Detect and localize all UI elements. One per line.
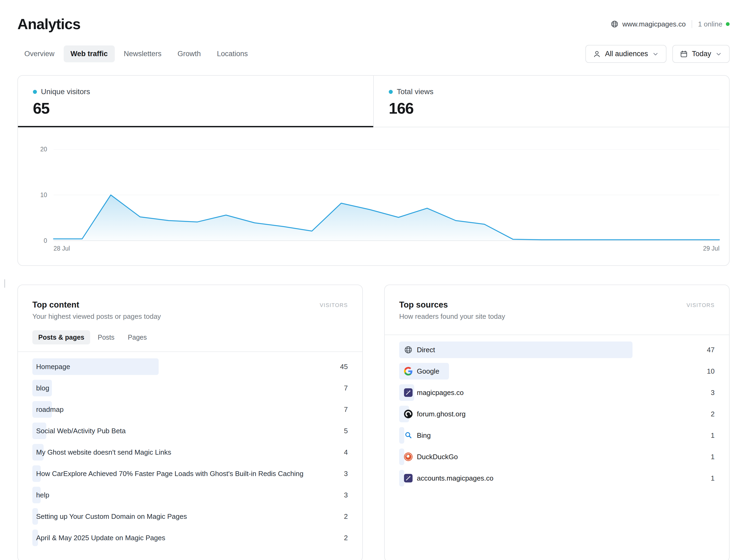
traffic-card: Unique visitors 65 Total views 166 01020 — [17, 75, 730, 266]
traffic-chart: 01020 28 Jul 29 Jul — [18, 127, 729, 265]
stat-dot — [33, 90, 37, 94]
row-value: 7 — [344, 384, 348, 392]
row-content: help — [32, 487, 348, 503]
row-value: 3 — [711, 389, 715, 397]
area-chart — [53, 149, 719, 241]
row-content: How CarExplore Achieved 70% Faster Page … — [32, 465, 348, 482]
row-label: Social Web/Activity Pub Beta — [36, 427, 126, 435]
card-subtitle: How readers found your site today — [399, 312, 505, 321]
table-row[interactable]: magicpages.co3 — [399, 384, 715, 401]
tab-overview[interactable]: Overview — [17, 46, 61, 62]
table-row[interactable]: Setting up Your Custom Domain on Magic P… — [32, 508, 348, 525]
row-label: April & May 2025 Update on Magic Pages — [36, 534, 165, 542]
table-row[interactable]: Google10 — [399, 363, 715, 379]
table-row[interactable]: April & May 2025 Update on Magic Pages2 — [32, 530, 348, 546]
content-tabs: Posts & pagesPostsPages — [18, 321, 362, 344]
row-value: 2 — [344, 512, 348, 521]
site-info: www.magicpages.co 1 online — [611, 20, 730, 28]
online-status-dot — [726, 22, 730, 26]
tab-web-traffic[interactable]: Web traffic — [64, 46, 115, 62]
stat-total-views[interactable]: Total views 166 — [373, 76, 729, 127]
table-row[interactable]: Bing1 — [399, 427, 715, 444]
chart-plot-area: 28 Jul 29 Jul — [53, 149, 719, 241]
bottom-cards: Top content Your highest viewed posts or… — [17, 285, 730, 560]
row-content: forum.ghost.org — [399, 406, 715, 422]
row-content: April & May 2025 Update on Magic Pages — [32, 530, 348, 546]
row-value: 5 — [344, 427, 348, 435]
x-axis-label-start: 28 Jul — [53, 245, 70, 252]
row-value: 1 — [711, 431, 715, 439]
row-label: accounts.magicpages.co — [417, 474, 493, 482]
row-content: Bing — [399, 427, 715, 444]
globe-icon — [404, 346, 413, 354]
tab-growth[interactable]: Growth — [171, 46, 208, 62]
top-content-card: Top content Your highest viewed posts or… — [17, 285, 363, 560]
table-row[interactable]: roadmap7 — [32, 401, 348, 418]
table-row[interactable]: Direct47 — [399, 342, 715, 358]
card-header: Top content Your highest viewed posts or… — [18, 285, 362, 321]
table-row[interactable]: help3 — [32, 487, 348, 503]
chart-y-axis: 01020 — [18, 149, 53, 241]
analytics-page: Analytics www.magicpages.co 1 online Ove… — [0, 0, 747, 560]
content-tab-posts-pages[interactable]: Posts & pages — [32, 330, 90, 344]
table-row[interactable]: forum.ghost.org2 — [399, 406, 715, 422]
stat-unique-visitors[interactable]: Unique visitors 65 — [18, 76, 373, 127]
table-row[interactable]: Social Web/Activity Pub Beta5 — [32, 423, 348, 439]
row-label: roadmap — [36, 405, 64, 414]
ghost-forum-icon — [404, 410, 413, 418]
row-content: Homepage — [32, 358, 348, 375]
online-count: 1 online — [698, 20, 722, 28]
scrollbar[interactable] — [4, 279, 5, 288]
row-value: 1 — [711, 453, 715, 461]
table-row[interactable]: DuckDuckGo1 — [399, 449, 715, 465]
site-url-link[interactable]: www.magicpages.co — [622, 20, 686, 28]
table-row[interactable]: Homepage45 — [32, 358, 348, 375]
card-header: Top sources How readers found your site … — [385, 285, 729, 321]
x-axis-label-end: 29 Jul — [703, 245, 719, 252]
stat-value: 65 — [33, 99, 373, 117]
table-row[interactable]: blog7 — [32, 380, 348, 396]
tab-newsletters[interactable]: Newsletters — [117, 46, 169, 62]
header-divider — [692, 20, 692, 28]
row-label: forum.ghost.org — [417, 410, 466, 418]
chart-area-fill — [53, 195, 719, 241]
table-row[interactable]: How CarExplore Achieved 70% Faster Page … — [32, 465, 348, 482]
y-axis-label: 0 — [44, 237, 47, 244]
audience-filter-button[interactable]: All audiences — [585, 45, 667, 63]
row-label: DuckDuckGo — [417, 453, 458, 461]
row-content: accounts.magicpages.co — [399, 470, 715, 486]
table-row[interactable]: My Ghost website doesn't send Magic Link… — [32, 444, 348, 460]
tab-locations[interactable]: Locations — [210, 46, 255, 62]
row-value: 7 — [344, 405, 348, 414]
globe-icon — [611, 20, 619, 28]
chevron-down-icon — [652, 51, 659, 57]
content-tab-posts[interactable]: Posts — [92, 330, 121, 344]
card-title: Top content — [32, 300, 161, 310]
date-filter-button[interactable]: Today — [672, 45, 730, 63]
row-content: roadmap — [32, 401, 348, 418]
row-label: Google — [417, 367, 439, 375]
row-label: magicpages.co — [417, 389, 464, 397]
row-label: blog — [36, 384, 49, 392]
content-tab-pages[interactable]: Pages — [122, 330, 153, 344]
google-icon — [404, 367, 413, 375]
row-value: 10 — [707, 367, 715, 375]
magicpages-icon — [404, 388, 413, 397]
content-rows: Homepage45blog7roadmap7Social Web/Activi… — [18, 352, 362, 560]
row-label: How CarExplore Achieved 70% Faster Page … — [36, 470, 303, 478]
page-title: Analytics — [17, 16, 80, 33]
row-label: help — [36, 491, 49, 499]
stats-row: Unique visitors 65 Total views 166 — [18, 76, 729, 127]
row-content: Direct — [399, 342, 715, 358]
row-content: Social Web/Activity Pub Beta — [32, 423, 348, 439]
row-value: 2 — [344, 534, 348, 542]
top-sources-card: Top sources How readers found your site … — [384, 285, 730, 560]
row-content: My Ghost website doesn't send Magic Link… — [32, 444, 348, 460]
row-label: Homepage — [36, 363, 70, 371]
toolbar: OverviewWeb trafficNewslettersGrowthLoca… — [17, 45, 730, 63]
audience-filter-label: All audiences — [605, 50, 648, 58]
visitors-column-header: VISITORS — [320, 302, 348, 308]
row-content: DuckDuckGo — [399, 449, 715, 465]
table-row[interactable]: accounts.magicpages.co1 — [399, 470, 715, 486]
visitors-column-header: VISITORS — [687, 302, 715, 308]
